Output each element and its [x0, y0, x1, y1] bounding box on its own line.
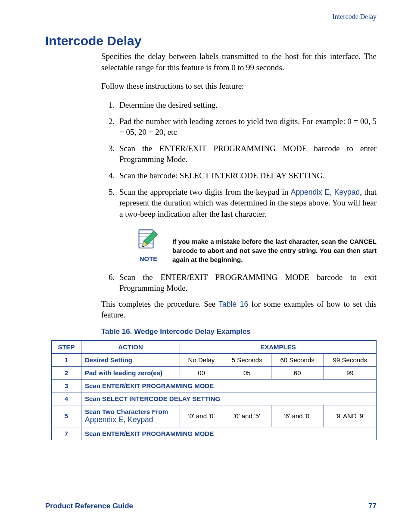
conclusion: This completes the procedure. See Table … [101, 299, 377, 320]
table-row: 3 Scan ENTER/EXIT PROGRAMMING MODE [52, 379, 377, 392]
th-examples: EXAMPLES [180, 340, 377, 353]
table-row: 5 Scan Two Characters From Appendix E, K… [52, 405, 377, 427]
cell-action-text: Scan Two Characters From [85, 408, 168, 415]
cell-example: 00 [180, 366, 223, 379]
cell-span: Scan SELECT INTERCODE DELAY SETTING [81, 392, 377, 405]
table-row: 4 Scan SELECT INTERCODE DELAY SETTING [52, 392, 377, 405]
table-row: 7 Scan ENTER/EXIT PROGRAMMING MODE [52, 427, 377, 440]
note-label: NOTE [140, 255, 158, 263]
intro-paragraph: Specifies the delay between labels trans… [101, 51, 377, 73]
table-ref-link[interactable]: Table 16 [218, 300, 248, 308]
table-caption: Table 16. Wedge Intercode Delay Examples [101, 327, 377, 336]
cell-example: '0' and '5' [223, 405, 271, 427]
cell-span: Scan ENTER/EXIT PROGRAMMING MODE [81, 427, 377, 440]
footer-title: Product Reference Guide [45, 502, 133, 510]
page: Intercode Delay Intercode Delay Specifie… [0, 0, 411, 532]
body-column: Specifies the delay between labels trans… [101, 51, 377, 320]
appendix-link[interactable]: Appendix E, Keypad [291, 188, 360, 196]
note-icon [137, 227, 160, 251]
cell-example: 60 [271, 366, 324, 379]
cell-action: Desired Setting [81, 353, 180, 366]
cell-example: No Delay [180, 353, 223, 366]
appendix-link[interactable]: Appendix E, Keypad [85, 415, 153, 424]
step-1: Determine the desired setting. [117, 100, 377, 111]
cell-example: '6' and '0' [271, 405, 324, 427]
cell-example: 99 [324, 366, 376, 379]
cell-action: Scan Two Characters From Appendix E, Key… [81, 405, 180, 427]
cell-step: 3 [52, 379, 81, 392]
cell-example: 5 Seconds [223, 353, 271, 366]
cell-step: 1 [52, 353, 81, 366]
step-5-text-a: Scan the appropriate two digits from the… [119, 187, 291, 196]
footer: Product Reference Guide 77 [45, 502, 377, 510]
cell-step: 4 [52, 392, 81, 405]
th-step: STEP [52, 340, 81, 353]
note-block: NOTE If you make a mistake before the la… [137, 227, 377, 264]
cell-step: 7 [52, 427, 81, 440]
conclusion-a: This completes the procedure. See [101, 300, 218, 308]
instruction-list: Determine the desired setting. Pad the n… [101, 100, 377, 294]
table-row: 1 Desired Setting No Delay 5 Seconds 60 … [52, 353, 377, 366]
table-header-row: STEP ACTION EXAMPLES [52, 340, 377, 353]
step-3: Scan the ENTER/EXIT PROGRAMMING MODE bar… [117, 143, 377, 165]
cell-example: 05 [223, 366, 271, 379]
cell-step: 2 [52, 366, 81, 379]
cell-action: Pad with leading zero(es) [81, 366, 180, 379]
step-2: Pad the number with leading zeroes to yi… [117, 116, 377, 138]
th-action: ACTION [81, 340, 180, 353]
cell-example: 60 Seconds [271, 353, 324, 366]
cell-example: '9' AND '9' [324, 405, 376, 427]
cell-example: '0' and '0' [180, 405, 223, 427]
cell-step: 5 [52, 405, 81, 427]
page-number: 77 [368, 502, 377, 510]
step-6: Scan the ENTER/EXIT PROGRAMMING MODE bar… [117, 272, 377, 294]
table-row: 2 Pad with leading zero(es) 00 05 60 99 [52, 366, 377, 379]
step-4: Scan the barcode: SELECT INTERCODE DELAY… [117, 170, 377, 181]
cell-span: Scan ENTER/EXIT PROGRAMMING MODE [81, 379, 377, 392]
step-5: Scan the appropriate two digits from the… [117, 187, 377, 264]
follow-paragraph: Follow these instructions to set this fe… [101, 81, 377, 92]
note-icon-wrap: NOTE [137, 227, 160, 263]
cell-example: 99 Seconds [324, 353, 376, 366]
running-head: Intercode Delay [45, 13, 377, 21]
section-title: Intercode Delay [45, 34, 377, 48]
note-text: If you make a mistake before the last ch… [172, 237, 377, 264]
examples-table: STEP ACTION EXAMPLES 1 Desired Setting N… [51, 340, 377, 440]
